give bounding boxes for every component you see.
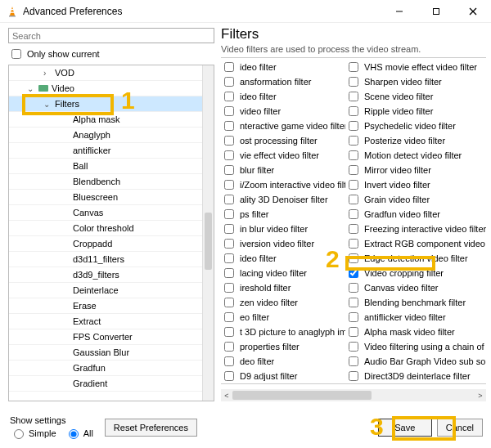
tree-item[interactable]: antiflicker <box>9 143 202 159</box>
filter-checkbox[interactable] <box>349 165 358 175</box>
filter-option[interactable]: D9 adjust filter <box>221 369 345 382</box>
tree-vertical-scrollbar[interactable] <box>202 65 214 401</box>
filter-checkbox[interactable] <box>349 342 358 352</box>
tree-item[interactable]: d3d11_filters <box>9 252 202 267</box>
filter-checkbox[interactable] <box>349 136 358 146</box>
filter-option[interactable]: Sharpen video filter <box>345 74 486 89</box>
filter-checkbox[interactable] <box>224 62 234 72</box>
filter-option[interactable]: Ripple video filter <box>345 104 486 119</box>
simple-radio[interactable] <box>14 429 24 439</box>
simple-radio-label[interactable]: Simple <box>10 427 56 439</box>
filter-checkbox[interactable] <box>224 283 234 293</box>
filter-option[interactable]: Edge detection video filter <box>345 251 486 266</box>
tree-item[interactable]: Croppadd <box>9 236 202 252</box>
tree-item[interactable]: Color threshold <box>9 221 202 236</box>
filter-option[interactable]: Grain video filter <box>345 192 486 207</box>
filter-option[interactable]: zen video filter <box>221 295 345 310</box>
all-radio[interactable] <box>69 429 79 439</box>
filter-checkbox[interactable] <box>224 106 234 116</box>
filter-option[interactable]: blur filter <box>221 163 345 177</box>
filter-option[interactable]: ps filter <box>221 207 345 222</box>
filter-option[interactable]: Video cropping filter <box>345 266 486 280</box>
filter-checkbox[interactable] <box>224 136 234 146</box>
filter-option[interactable]: antiflicker video filter <box>345 310 486 325</box>
filter-option[interactable]: ality 3D Denoiser filter <box>221 192 345 207</box>
filter-option[interactable]: Direct3D9 deinterlace filter <box>345 369 486 382</box>
tree-item[interactable]: Bluescreen <box>9 190 202 205</box>
filter-checkbox[interactable] <box>224 150 234 160</box>
filter-checkbox[interactable] <box>224 253 234 263</box>
filter-option[interactable]: Gradfun video filter <box>345 207 486 222</box>
chevron-down-icon[interactable]: ⌄ <box>43 100 53 109</box>
filter-checkbox[interactable] <box>224 180 234 190</box>
tree-item[interactable]: Gaussian Blur <box>9 345 202 361</box>
filter-checkbox[interactable] <box>349 253 358 263</box>
filter-checkbox[interactable] <box>224 121 234 131</box>
filter-option[interactable]: VHS movie effect video filter <box>345 60 486 74</box>
filter-checkbox[interactable] <box>224 239 234 249</box>
filter-option[interactable]: ireshold filter <box>221 280 345 295</box>
tree-item[interactable]: Blendbench <box>9 174 202 190</box>
cancel-button[interactable]: Cancel <box>437 419 483 437</box>
filter-option[interactable]: Posterize video filter <box>345 133 486 148</box>
scrollbar-thumb[interactable] <box>232 391 372 400</box>
filter-option[interactable]: ideo filter <box>221 60 345 74</box>
tree-item[interactable]: ⌄Video <box>9 81 202 96</box>
filter-checkbox[interactable] <box>224 342 234 352</box>
filter-option[interactable]: deo filter <box>221 354 345 369</box>
filter-checkbox[interactable] <box>349 239 358 249</box>
filter-checkbox[interactable] <box>349 106 358 116</box>
close-button[interactable] <box>454 0 491 23</box>
minimize-button[interactable] <box>381 0 417 23</box>
tree-item[interactable]: d3d9_filters <box>9 267 202 283</box>
scrollbar-track[interactable] <box>232 389 475 401</box>
filter-option[interactable]: Canvas video filter <box>345 280 486 295</box>
tree-item[interactable]: Ball <box>9 159 202 174</box>
scroll-right-arrow[interactable]: > <box>475 389 486 401</box>
filter-option[interactable]: i/Zoom interactive video filter <box>221 177 345 192</box>
filter-checkbox[interactable] <box>349 92 358 101</box>
filter-option[interactable]: ideo filter <box>221 89 345 104</box>
filter-checkbox[interactable] <box>349 180 358 190</box>
filter-checkbox[interactable] <box>224 298 234 307</box>
filter-option[interactable]: Video filtering using a chain of video f… <box>345 339 486 354</box>
filter-option[interactable]: properties filter <box>221 339 345 354</box>
filter-checkbox[interactable] <box>224 371 234 381</box>
filter-checkbox[interactable] <box>349 62 358 72</box>
filter-option[interactable]: iversion video filter <box>221 236 345 251</box>
all-radio-label[interactable]: All <box>65 427 93 439</box>
filter-checkbox[interactable] <box>224 77 234 87</box>
scroll-left-arrow[interactable]: < <box>221 389 232 401</box>
filter-option[interactable]: in blur video filter <box>221 222 345 236</box>
filter-checkbox[interactable] <box>224 268 234 278</box>
filter-option[interactable]: lacing video filter <box>221 266 345 280</box>
chevron-right-icon[interactable]: › <box>43 69 53 78</box>
filter-option[interactable]: Invert video filter <box>345 177 486 192</box>
filter-option[interactable]: Motion detect video filter <box>345 148 486 163</box>
filter-checkbox[interactable] <box>224 356 234 366</box>
filter-checkbox[interactable] <box>224 312 234 322</box>
tree-item[interactable]: Alpha mask <box>9 112 202 128</box>
tree-item[interactable]: ⌄Filters <box>9 96 202 112</box>
search-input[interactable] <box>8 28 214 43</box>
tree-item[interactable]: Gradient <box>9 376 202 392</box>
tree-item[interactable]: Erase <box>9 298 202 314</box>
filter-option[interactable]: Alpha mask video filter <box>345 325 486 339</box>
chevron-down-icon[interactable]: ⌄ <box>27 84 37 93</box>
filter-option[interactable]: ost processing filter <box>221 133 345 148</box>
filter-checkbox[interactable] <box>349 195 358 204</box>
filter-checkbox[interactable] <box>224 327 234 337</box>
only-show-current-checkbox[interactable] <box>11 49 21 59</box>
filter-checkbox[interactable] <box>224 92 234 101</box>
filter-option[interactable]: Audio Bar Graph Video sub source <box>345 354 486 369</box>
filter-option[interactable]: Scene video filter <box>345 89 486 104</box>
filter-option[interactable]: Mirror video filter <box>345 163 486 177</box>
scrollbar-thumb[interactable] <box>205 213 212 270</box>
filter-option[interactable]: Psychedelic video filter <box>345 119 486 133</box>
tree-item[interactable]: Anaglyph <box>9 128 202 143</box>
filter-checkbox[interactable] <box>349 77 358 87</box>
filter-checkbox[interactable] <box>349 356 358 366</box>
tree-item[interactable]: Canvas <box>9 205 202 221</box>
filter-checkbox[interactable] <box>224 224 234 234</box>
filter-option[interactable]: nteractive game video filter <box>221 119 345 133</box>
